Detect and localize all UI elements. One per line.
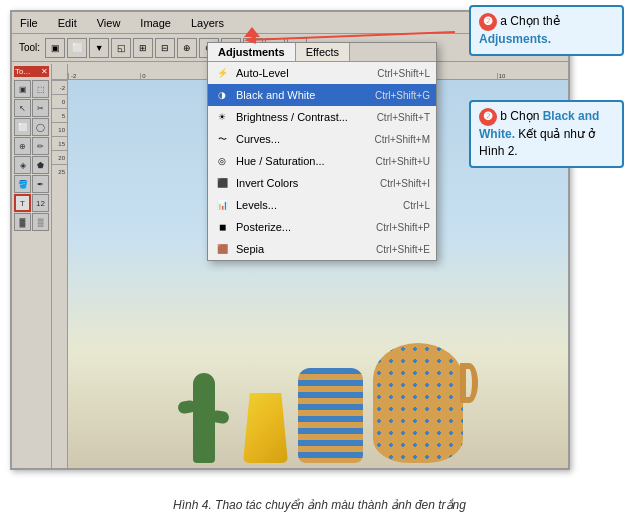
tool-row-1: ▣ ⬚ xyxy=(14,80,49,98)
tool-select[interactable]: ▣ xyxy=(14,80,31,98)
tool-polygon[interactable]: ⬟ xyxy=(32,156,49,174)
tool-shape[interactable]: ◈ xyxy=(14,156,31,174)
black-white-label: Black and White xyxy=(236,89,369,101)
tab-adjustments[interactable]: Adjustments xyxy=(208,43,296,61)
hue-icon: ◎ xyxy=(214,153,230,169)
auto-level-label: Auto-Level xyxy=(236,67,371,79)
brightness-shortcut: Ctrl+Shift+T xyxy=(377,112,430,123)
annotation-b-text-prefix: b Chọn xyxy=(500,109,542,123)
ruler-v-tick-7: 25 xyxy=(52,164,67,178)
sepia-label: Sepia xyxy=(236,243,370,255)
tool-row-5: ◈ ⬟ xyxy=(14,156,49,174)
ruler-v-tick-5: 15 xyxy=(52,136,67,150)
menu-image[interactable]: Image xyxy=(136,16,175,30)
menu-edit[interactable]: Edit xyxy=(54,16,81,30)
sepia-shortcut: Ctrl+Shift+E xyxy=(376,244,430,255)
menu-item-sepia[interactable]: 🟫 Sepia Ctrl+Shift+E xyxy=(208,238,436,260)
toolbar-btn-5[interactable]: ⊞ xyxy=(133,38,153,58)
toolbox-close-btn[interactable]: ✕ xyxy=(41,67,48,76)
ruler-v-tick-1: -2 xyxy=(52,80,67,94)
tool-pencil[interactable]: ✏ xyxy=(32,137,49,155)
annotation-box-b: ❷ b Chọn Black and White. Kết quả như ở … xyxy=(469,100,624,168)
posterize-icon: ◼ xyxy=(214,219,230,235)
vase-small xyxy=(243,393,288,463)
invert-icon: ⬛ xyxy=(214,175,230,191)
tool-row-7: T 12 xyxy=(14,194,49,212)
posterize-label: Posterize... xyxy=(236,221,370,233)
tool-bucket[interactable]: 🪣 xyxy=(14,175,31,193)
dropdown-menu: Adjustments Effects ⚡ Auto-Level Ctrl+Sh… xyxy=(207,42,437,261)
ruler-tick-7: 10 xyxy=(497,73,568,79)
tool-row-4: ⊕ ✏ xyxy=(14,137,49,155)
menu-item-brightness[interactable]: ☀ Brightness / Contrast... Ctrl+Shift+T xyxy=(208,106,436,128)
arrow-to-adjustments xyxy=(244,27,260,37)
ruler-tick-1: -2 xyxy=(68,73,140,79)
levels-label: Levels... xyxy=(236,199,397,211)
tool-crop[interactable]: ⬜ xyxy=(14,118,31,136)
annotation-box-a: ❷ a Chọn thẻ Adjusments. xyxy=(469,5,624,56)
tool-row-2: ↖ ✂ xyxy=(14,99,49,117)
tool-number[interactable]: 12 xyxy=(32,194,49,212)
tool-row-3: ⬜ ◯ xyxy=(14,118,49,136)
cactus-decoration xyxy=(173,353,233,463)
menu-item-invert[interactable]: ⬛ Invert Colors Ctrl+Shift+I xyxy=(208,172,436,194)
tool-row-6: 🪣 ✒ xyxy=(14,175,49,193)
toolbox-title: To... ✕ xyxy=(14,66,49,77)
vase-large-container xyxy=(373,343,463,463)
tool-scissors[interactable]: ✂ xyxy=(32,99,49,117)
tool-row-8: ▓ ▒ xyxy=(14,213,49,231)
caption: Hình 4. Thao tác chuyển ảnh màu thành ản… xyxy=(0,498,639,512)
toolbar-btn-3[interactable]: ▼ xyxy=(89,38,109,58)
levels-icon: 📊 xyxy=(214,197,230,213)
toolbar-btn-6[interactable]: ⊟ xyxy=(155,38,175,58)
ruler-tick-2: 0 xyxy=(140,73,211,79)
menu-file[interactable]: File xyxy=(16,16,42,30)
ruler-v-tick-2: 0 xyxy=(52,94,67,108)
toolbar-btn-1[interactable]: ▣ xyxy=(45,38,65,58)
app-window: File Edit View Image Layers Tool: ▣ ⬜ ▼ … xyxy=(10,10,570,470)
ruler-v-tick-6: 20 xyxy=(52,150,67,164)
menu-item-hue[interactable]: ◎ Hue / Saturation... Ctrl+Shift+U xyxy=(208,150,436,172)
invert-label: Invert Colors xyxy=(236,177,374,189)
annotation-a-text: a Chọn thẻ xyxy=(500,14,559,28)
tool-zoom[interactable]: ⊕ xyxy=(14,137,31,155)
curves-icon: 〜 xyxy=(214,131,230,147)
menu-item-auto-level[interactable]: ⚡ Auto-Level Ctrl+Shift+L xyxy=(208,62,436,84)
toolbar-btn-2[interactable]: ⬜ xyxy=(67,38,87,58)
tool-lasso[interactable]: ⬚ xyxy=(32,80,49,98)
toolbox: To... ✕ ▣ ⬚ ↖ ✂ ⬜ ◯ ⊕ ✏ xyxy=(12,64,52,468)
tool-pen[interactable]: ✒ xyxy=(32,175,49,193)
vase-medium xyxy=(298,368,363,463)
annotation-a-number: ❷ xyxy=(479,13,497,31)
toolbar-btn-4[interactable]: ◱ xyxy=(111,38,131,58)
ruler-v-tick-3: 5 xyxy=(52,108,67,122)
black-white-shortcut: Ctrl+Shift+G xyxy=(375,90,430,101)
menu-item-levels[interactable]: 📊 Levels... Ctrl+L xyxy=(208,194,436,216)
hue-shortcut: Ctrl+Shift+U xyxy=(376,156,430,167)
annotation-a-link: Adjusments. xyxy=(479,32,551,46)
tool-gradient[interactable]: ▓ xyxy=(14,213,31,231)
tool-arrow[interactable]: ↖ xyxy=(14,99,31,117)
menu-item-posterize[interactable]: ◼ Posterize... Ctrl+Shift+P xyxy=(208,216,436,238)
caption-text: Hình 4. Thao tác chuyển ảnh màu thành ản… xyxy=(173,498,466,512)
ruler-corner xyxy=(52,64,68,80)
menu-item-curves[interactable]: 〜 Curves... Ctrl+Shift+M xyxy=(208,128,436,150)
menu-item-black-white[interactable]: ◑ Black and White Ctrl+Shift+G xyxy=(208,84,436,106)
black-white-icon: ◑ xyxy=(214,87,230,103)
brightness-label: Brightness / Contrast... xyxy=(236,111,371,123)
tool-text[interactable]: T xyxy=(14,194,31,212)
vase-large xyxy=(373,343,463,463)
brightness-icon: ☀ xyxy=(214,109,230,125)
menu-view[interactable]: View xyxy=(93,16,125,30)
toolbar-btn-7[interactable]: ⊕ xyxy=(177,38,197,58)
sepia-icon: 🟫 xyxy=(214,241,230,257)
toolbox-label: To... xyxy=(15,67,30,76)
tool-pattern[interactable]: ▒ xyxy=(32,213,49,231)
curves-shortcut: Ctrl+Shift+M xyxy=(374,134,430,145)
invert-shortcut: Ctrl+Shift+I xyxy=(380,178,430,189)
menu-layers[interactable]: Layers xyxy=(187,16,228,30)
tab-effects[interactable]: Effects xyxy=(296,43,350,61)
main-container: File Edit View Image Layers Tool: ▣ ⬜ ▼ … xyxy=(0,0,639,520)
curves-label: Curves... xyxy=(236,133,368,145)
tool-ellipse[interactable]: ◯ xyxy=(32,118,49,136)
